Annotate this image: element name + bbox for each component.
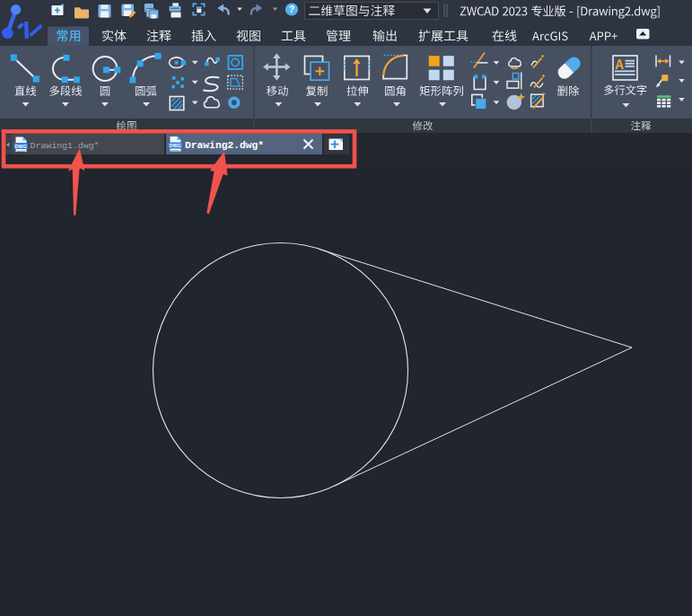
svg-text:DWG: DWG: [14, 144, 27, 149]
svg-text:DWG: DWG: [169, 143, 181, 148]
svg-text:?: ?: [289, 4, 294, 14]
svg-text:Drawing2.dwg*: Drawing2.dwg*: [185, 140, 264, 151]
svg-text:Drawing1.dwg*: Drawing1.dwg*: [31, 141, 100, 151]
